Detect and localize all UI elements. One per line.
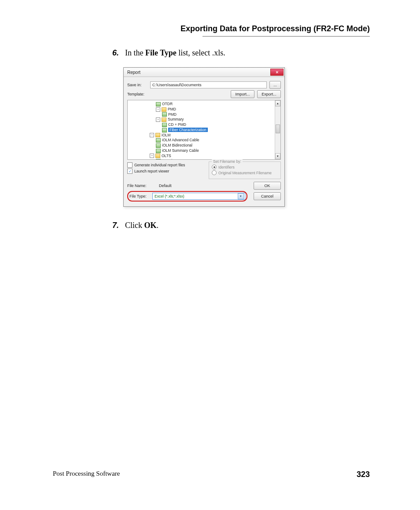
tree-label: iOLM Summary Cable bbox=[162, 148, 199, 153]
filetype-dropdown[interactable]: Excel (*.xls;*.xlsx) ▾ bbox=[152, 193, 245, 200]
radio-label: Identifiers bbox=[218, 165, 235, 169]
step-7-pre: Click bbox=[125, 221, 144, 230]
tree-item-pmd[interactable]: PMD bbox=[162, 112, 279, 117]
folder-icon bbox=[155, 154, 160, 158]
scroll-up-icon[interactable]: ▴ bbox=[275, 100, 280, 106]
step-6: 6. In the File Type list, select .xls. bbox=[106, 48, 370, 59]
page-header: Exporting Data for Postprocessing (FR2-F… bbox=[53, 24, 370, 33]
doc-icon bbox=[162, 123, 167, 127]
tree-item-iolm-bidirectional[interactable]: iOLM Bidirectional bbox=[156, 143, 279, 148]
checkbox-launch-viewer[interactable]: ✓ Launch report viewer bbox=[127, 169, 204, 174]
tree-item-iolm-summary[interactable]: iOLM Summary Cable bbox=[156, 148, 279, 153]
scroll-thumb[interactable] bbox=[276, 125, 280, 133]
checkbox-label: Generate individual report files bbox=[134, 163, 185, 167]
page-footer: Post Processing Software 323 bbox=[53, 470, 370, 479]
folder-icon bbox=[162, 117, 166, 122]
scroll-down-icon[interactable]: ▾ bbox=[275, 153, 280, 159]
tree-label: PMD bbox=[168, 107, 176, 111]
savein-label: Save in: bbox=[127, 83, 147, 87]
doc-icon bbox=[162, 112, 167, 117]
tree-label: OLTS bbox=[162, 154, 171, 158]
checkbox-generate-individual[interactable]: Generate individual report files bbox=[127, 162, 204, 168]
collapse-icon[interactable]: − bbox=[150, 154, 154, 158]
tree-label: iOLM Bidirectional bbox=[162, 143, 192, 147]
doc-icon bbox=[156, 159, 161, 160]
doc-icon bbox=[156, 102, 161, 106]
filename-value[interactable]: Default bbox=[155, 183, 251, 188]
tree-label: CD + PMD bbox=[168, 122, 186, 127]
checkbox-icon-checked: ✓ bbox=[127, 169, 133, 174]
step-7-post: . bbox=[157, 221, 159, 230]
ok-button[interactable]: OK bbox=[254, 182, 281, 190]
browse-button[interactable]: ... bbox=[269, 81, 281, 89]
step-7: 7. Click OK. bbox=[106, 220, 370, 231]
folder-icon bbox=[155, 133, 160, 137]
tree-label: OTDR bbox=[162, 102, 173, 106]
step-7-text: Click OK. bbox=[125, 220, 158, 231]
tree-label: PMD bbox=[168, 112, 177, 117]
step-6-post: list, select .xls. bbox=[177, 48, 225, 57]
tree-label: iOLM Advanced Cable bbox=[162, 138, 199, 142]
radio-identifiers[interactable]: Identifiers bbox=[212, 165, 278, 169]
filetype-label: File Type: bbox=[129, 194, 150, 198]
radio-label: Original Measurement Filename bbox=[218, 171, 272, 175]
tree-label: Insertion Loss bbox=[162, 158, 185, 160]
radio-original-filename[interactable]: Original Measurement Filename bbox=[212, 170, 278, 175]
step-6-pre: In the bbox=[125, 48, 145, 57]
tree-label: Summary bbox=[168, 117, 184, 121]
page-number: 323 bbox=[357, 470, 370, 479]
step-6-bold: File Type bbox=[145, 48, 177, 57]
tree-item-iolm-folder[interactable]: −iOLM iOLM Advanced Cable iOLM Bidirecti… bbox=[150, 133, 279, 153]
filename-label: File Name: bbox=[127, 183, 152, 188]
tree-item-otdr[interactable]: OTDR bbox=[156, 102, 279, 106]
close-button[interactable]: ✕ bbox=[270, 69, 284, 76]
tree-label-selected: Fiber Characterization bbox=[168, 128, 208, 132]
tree-item-fiber-characterization[interactable]: Fiber Characterization bbox=[162, 128, 279, 132]
savein-input[interactable]: C:\Users\sasaul\Documents bbox=[150, 81, 267, 88]
scrollbar[interactable]: ▴ ▾ bbox=[275, 100, 280, 159]
header-rule bbox=[203, 36, 370, 37]
checkbox-icon bbox=[127, 162, 133, 168]
cancel-button[interactable]: Cancel bbox=[254, 192, 281, 200]
filetype-value: Excel (*.xls;*.xlsx) bbox=[155, 194, 184, 198]
dialog-screenshot: Report ✕ Save in: C:\Users\sasaul\Docume… bbox=[123, 67, 370, 207]
doc-icon bbox=[156, 149, 161, 153]
import-button[interactable]: Import... bbox=[231, 90, 254, 98]
tree-item-pmd-folder[interactable]: −PMD PMD bbox=[156, 107, 279, 117]
group-title: Set Filename by: bbox=[212, 159, 243, 164]
folder-icon bbox=[162, 107, 166, 112]
radio-icon bbox=[212, 170, 217, 175]
radio-icon-selected bbox=[212, 165, 217, 169]
step-7-number: 7. bbox=[106, 220, 119, 231]
report-dialog: Report ✕ Save in: C:\Users\sasaul\Docume… bbox=[123, 67, 285, 207]
checkbox-label: Launch report viewer bbox=[134, 169, 169, 173]
doc-icon bbox=[156, 138, 161, 143]
step-6-text: In the File Type list, select .xls. bbox=[125, 48, 225, 59]
collapse-icon[interactable]: − bbox=[156, 107, 160, 112]
dialog-title: Report bbox=[127, 70, 140, 75]
template-tree[interactable]: OTDR −PMD PMD −Summary CD + PMD Fiber Ch… bbox=[127, 100, 281, 160]
export-button[interactable]: Export... bbox=[257, 90, 281, 98]
chevron-down-icon: ▾ bbox=[238, 193, 244, 199]
doc-icon bbox=[156, 143, 161, 148]
step-7-bold: OK bbox=[144, 221, 157, 230]
tree-item-cd-pmd[interactable]: CD + PMD bbox=[162, 122, 279, 127]
tree-label: iOLM bbox=[162, 133, 170, 137]
dialog-titlebar[interactable]: Report ✕ bbox=[124, 68, 284, 77]
doc-icon bbox=[162, 128, 167, 132]
step-6-number: 6. bbox=[106, 48, 119, 59]
tree-item-summary-folder[interactable]: −Summary CD + PMD Fiber Characterization bbox=[156, 117, 279, 132]
tree-item-olts-folder[interactable]: −OLTS Insertion Loss bbox=[150, 154, 279, 160]
footer-product: Post Processing Software bbox=[53, 470, 120, 479]
set-filename-group: Set Filename by: Identifiers Original Me… bbox=[209, 161, 281, 179]
template-label: Template: bbox=[127, 92, 147, 96]
tree-item-iolm-advanced[interactable]: iOLM Advanced Cable bbox=[156, 138, 279, 143]
filetype-highlight-ring: File Type: Excel (*.xls;*.xlsx) ▾ bbox=[127, 191, 247, 202]
collapse-icon[interactable]: − bbox=[150, 133, 154, 137]
collapse-icon[interactable]: − bbox=[156, 117, 160, 122]
